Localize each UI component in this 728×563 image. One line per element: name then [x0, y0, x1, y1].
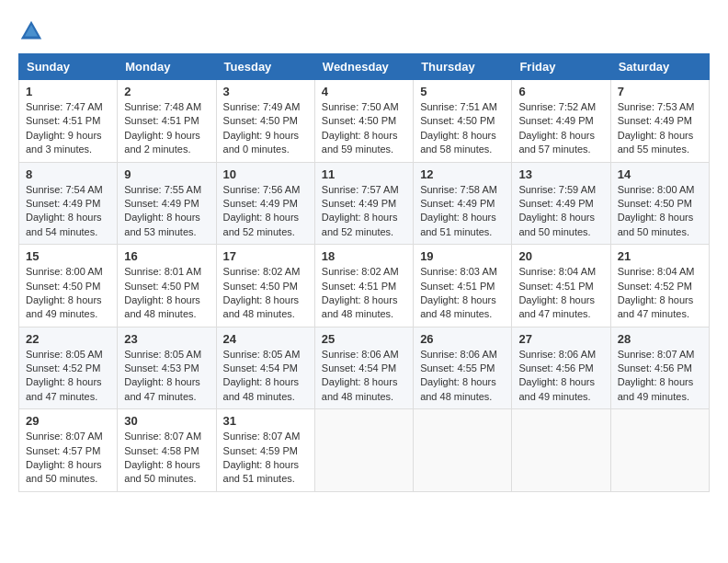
day-number: 24 [223, 332, 308, 346]
day-info: Sunrise: 7:58 AM [420, 183, 505, 197]
day-cell-15: 15Sunrise: 8:00 AMSunset: 4:50 PMDayligh… [19, 245, 118, 327]
day-info: Sunrise: 8:04 AM [618, 265, 702, 279]
column-header-tuesday: Tuesday [216, 54, 314, 80]
day-info: Sunset: 4:49 PM [124, 197, 209, 211]
day-info: Sunrise: 8:05 AM [26, 348, 110, 362]
day-cell-6: 6Sunrise: 7:52 AMSunset: 4:49 PMDaylight… [512, 80, 610, 163]
day-info: Sunrise: 8:07 AM [223, 430, 308, 443]
day-number: 10 [223, 167, 308, 181]
day-number: 29 [26, 414, 110, 428]
day-cell-27: 27Sunrise: 8:06 AMSunset: 4:56 PMDayligh… [512, 327, 610, 409]
empty-cell [314, 409, 413, 492]
day-info: Daylight: 8 hours and 47 minutes. [618, 293, 702, 322]
column-header-saturday: Saturday [610, 54, 709, 80]
day-number: 18 [322, 249, 406, 263]
day-info: Daylight: 8 hours and 50 minutes. [618, 211, 702, 239]
day-info: Sunset: 4:59 PM [223, 444, 308, 458]
day-number: 12 [420, 167, 505, 181]
day-info: Sunrise: 8:06 AM [518, 348, 603, 362]
calendar-week-1: 1Sunrise: 7:47 AMSunset: 4:51 PMDaylight… [19, 80, 710, 163]
day-info: Daylight: 8 hours and 59 minutes. [322, 129, 406, 157]
calendar-week-5: 29Sunrise: 8:07 AMSunset: 4:57 PMDayligh… [19, 409, 710, 492]
day-info: Daylight: 9 hours and 2 minutes. [124, 129, 209, 157]
day-info: Sunrise: 8:06 AM [420, 348, 505, 362]
column-header-thursday: Thursday [414, 54, 512, 80]
calendar-week-2: 8Sunrise: 7:54 AMSunset: 4:49 PMDaylight… [19, 162, 710, 245]
logo-icon [18, 18, 44, 44]
day-number: 27 [518, 332, 603, 346]
day-info: Daylight: 9 hours and 0 minutes. [223, 129, 308, 157]
day-number: 13 [518, 167, 603, 181]
day-number: 9 [124, 167, 209, 181]
day-info: Daylight: 8 hours and 51 minutes. [223, 458, 308, 487]
day-info: Daylight: 8 hours and 55 minutes. [618, 129, 702, 157]
day-info: Sunrise: 8:07 AM [124, 430, 209, 443]
day-info: Sunrise: 7:50 AM [322, 100, 406, 114]
day-info: Sunset: 4:56 PM [518, 362, 603, 375]
day-info: Sunset: 4:51 PM [26, 114, 110, 128]
day-number: 3 [223, 85, 308, 98]
day-info: Sunset: 4:57 PM [26, 444, 110, 458]
day-cell-2: 2Sunrise: 7:48 AMSunset: 4:51 PMDaylight… [118, 80, 216, 163]
column-header-sunday: Sunday [19, 54, 118, 80]
day-info: Sunset: 4:50 PM [26, 280, 110, 293]
day-info: Sunrise: 7:57 AM [322, 183, 406, 197]
day-info: Sunset: 4:54 PM [322, 362, 406, 375]
day-info: Daylight: 8 hours and 52 minutes. [223, 211, 308, 239]
day-number: 14 [618, 167, 702, 181]
day-cell-20: 20Sunrise: 8:04 AMSunset: 4:51 PMDayligh… [512, 245, 610, 327]
day-info: Sunset: 4:50 PM [124, 280, 209, 293]
day-info: Sunrise: 8:03 AM [420, 265, 505, 279]
day-number: 31 [223, 414, 308, 428]
day-info: Sunrise: 8:06 AM [322, 348, 406, 362]
day-cell-12: 12Sunrise: 7:58 AMSunset: 4:49 PMDayligh… [414, 162, 512, 245]
day-info: Sunrise: 7:55 AM [124, 183, 209, 197]
day-info: Sunrise: 7:54 AM [26, 183, 110, 197]
calendar-week-3: 15Sunrise: 8:00 AMSunset: 4:50 PMDayligh… [19, 245, 710, 327]
day-number: 7 [618, 85, 702, 98]
day-cell-21: 21Sunrise: 8:04 AMSunset: 4:52 PMDayligh… [610, 245, 709, 327]
day-cell-5: 5Sunrise: 7:51 AMSunset: 4:50 PMDaylight… [414, 80, 512, 163]
header-row: SundayMondayTuesdayWednesdayThursdayFrid… [19, 54, 710, 80]
day-number: 22 [26, 332, 110, 346]
day-info: Daylight: 8 hours and 50 minutes. [124, 458, 209, 487]
day-cell-24: 24Sunrise: 8:05 AMSunset: 4:54 PMDayligh… [216, 327, 314, 409]
day-number: 30 [124, 414, 209, 428]
day-info: Sunrise: 7:51 AM [420, 100, 505, 114]
column-header-wednesday: Wednesday [314, 54, 413, 80]
day-cell-18: 18Sunrise: 8:02 AMSunset: 4:51 PMDayligh… [314, 245, 413, 327]
day-info: Sunset: 4:50 PM [618, 197, 702, 211]
day-info: Sunrise: 8:04 AM [518, 265, 603, 279]
day-info: Sunset: 4:49 PM [420, 197, 505, 211]
day-info: Sunset: 4:56 PM [618, 362, 702, 375]
day-number: 19 [420, 249, 505, 263]
day-info: Sunrise: 7:53 AM [618, 100, 702, 114]
day-info: Sunrise: 7:59 AM [518, 183, 603, 197]
day-info: Sunrise: 8:02 AM [223, 265, 308, 279]
day-info: Sunset: 4:51 PM [322, 280, 406, 293]
day-info: Daylight: 8 hours and 49 minutes. [518, 375, 603, 404]
day-info: Sunrise: 7:47 AM [26, 100, 110, 114]
empty-cell [414, 409, 512, 492]
day-info: Sunset: 4:52 PM [26, 362, 110, 375]
day-info: Sunset: 4:50 PM [322, 114, 406, 128]
day-cell-23: 23Sunrise: 8:05 AMSunset: 4:53 PMDayligh… [118, 327, 216, 409]
day-cell-29: 29Sunrise: 8:07 AMSunset: 4:57 PMDayligh… [19, 409, 118, 492]
day-info: Sunrise: 8:01 AM [124, 265, 209, 279]
day-info: Sunrise: 7:52 AM [518, 100, 603, 114]
day-cell-7: 7Sunrise: 7:53 AMSunset: 4:49 PMDaylight… [610, 80, 709, 163]
day-cell-28: 28Sunrise: 8:07 AMSunset: 4:56 PMDayligh… [610, 327, 709, 409]
day-number: 5 [420, 85, 505, 98]
day-info: Sunset: 4:49 PM [26, 197, 110, 211]
day-number: 15 [26, 249, 110, 263]
day-info: Sunset: 4:52 PM [618, 280, 702, 293]
day-info: Sunrise: 8:00 AM [26, 265, 110, 279]
day-info: Sunset: 4:49 PM [518, 114, 603, 128]
day-info: Sunset: 4:50 PM [223, 280, 308, 293]
day-info: Sunset: 4:51 PM [518, 280, 603, 293]
day-info: Sunrise: 8:07 AM [618, 348, 702, 362]
day-info: Sunset: 4:51 PM [124, 114, 209, 128]
day-info: Sunrise: 8:05 AM [124, 348, 209, 362]
page-header [18, 18, 710, 44]
day-number: 25 [322, 332, 406, 346]
